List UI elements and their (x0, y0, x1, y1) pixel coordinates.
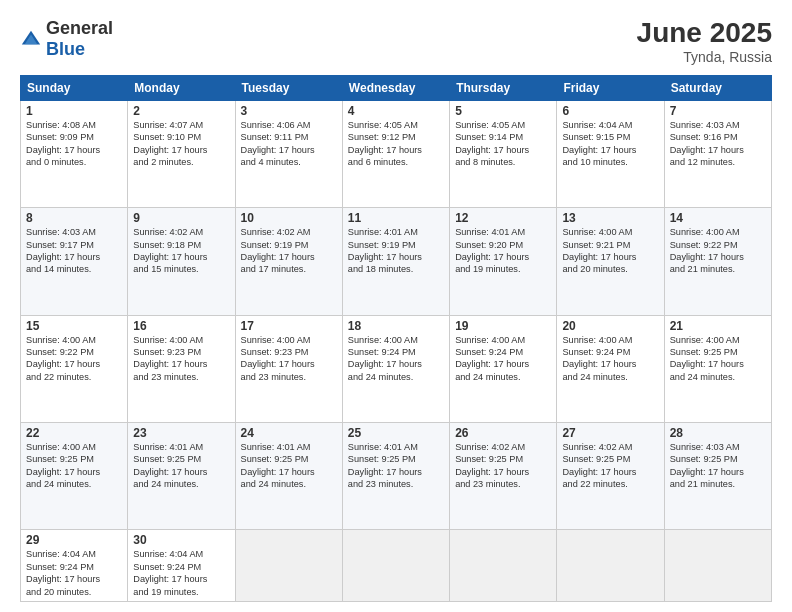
table-row: 19Sunrise: 4:00 AM Sunset: 9:24 PM Dayli… (450, 315, 557, 422)
logo-icon (20, 28, 42, 50)
table-row: 12Sunrise: 4:01 AM Sunset: 9:20 PM Dayli… (450, 208, 557, 315)
logo-blue: Blue (46, 39, 85, 59)
day-info: Sunrise: 4:01 AM Sunset: 9:25 PM Dayligh… (241, 441, 337, 491)
day-info: Sunrise: 4:02 AM Sunset: 9:18 PM Dayligh… (133, 226, 229, 276)
table-row (342, 530, 449, 602)
table-row (235, 530, 342, 602)
day-number: 10 (241, 211, 337, 225)
table-row: 13Sunrise: 4:00 AM Sunset: 9:21 PM Dayli… (557, 208, 664, 315)
day-number: 30 (133, 533, 229, 547)
table-row: 2Sunrise: 4:07 AM Sunset: 9:10 PM Daylig… (128, 100, 235, 207)
day-info: Sunrise: 4:01 AM Sunset: 9:25 PM Dayligh… (348, 441, 444, 491)
day-info: Sunrise: 4:05 AM Sunset: 9:14 PM Dayligh… (455, 119, 551, 169)
calendar-header-row: Sunday Monday Tuesday Wednesday Thursday… (21, 75, 772, 100)
day-info: Sunrise: 4:00 AM Sunset: 9:25 PM Dayligh… (26, 441, 122, 491)
col-monday: Monday (128, 75, 235, 100)
table-row: 17Sunrise: 4:00 AM Sunset: 9:23 PM Dayli… (235, 315, 342, 422)
day-info: Sunrise: 4:00 AM Sunset: 9:23 PM Dayligh… (241, 334, 337, 384)
day-number: 5 (455, 104, 551, 118)
day-info: Sunrise: 4:02 AM Sunset: 9:25 PM Dayligh… (562, 441, 658, 491)
day-number: 14 (670, 211, 766, 225)
table-row: 22Sunrise: 4:00 AM Sunset: 9:25 PM Dayli… (21, 422, 128, 529)
table-row: 14Sunrise: 4:00 AM Sunset: 9:22 PM Dayli… (664, 208, 771, 315)
day-info: Sunrise: 4:03 AM Sunset: 9:17 PM Dayligh… (26, 226, 122, 276)
day-info: Sunrise: 4:04 AM Sunset: 9:24 PM Dayligh… (133, 548, 229, 598)
day-number: 28 (670, 426, 766, 440)
logo-general: General (46, 18, 113, 38)
table-row: 4Sunrise: 4:05 AM Sunset: 9:12 PM Daylig… (342, 100, 449, 207)
day-info: Sunrise: 4:06 AM Sunset: 9:11 PM Dayligh… (241, 119, 337, 169)
day-number: 16 (133, 319, 229, 333)
col-tuesday: Tuesday (235, 75, 342, 100)
table-row: 26Sunrise: 4:02 AM Sunset: 9:25 PM Dayli… (450, 422, 557, 529)
day-info: Sunrise: 4:00 AM Sunset: 9:21 PM Dayligh… (562, 226, 658, 276)
day-info: Sunrise: 4:02 AM Sunset: 9:19 PM Dayligh… (241, 226, 337, 276)
table-row (557, 530, 664, 602)
day-info: Sunrise: 4:04 AM Sunset: 9:24 PM Dayligh… (26, 548, 122, 598)
calendar-table: Sunday Monday Tuesday Wednesday Thursday… (20, 75, 772, 602)
table-row: 7Sunrise: 4:03 AM Sunset: 9:16 PM Daylig… (664, 100, 771, 207)
col-saturday: Saturday (664, 75, 771, 100)
day-info: Sunrise: 4:05 AM Sunset: 9:12 PM Dayligh… (348, 119, 444, 169)
day-number: 13 (562, 211, 658, 225)
day-number: 27 (562, 426, 658, 440)
table-row: 11Sunrise: 4:01 AM Sunset: 9:19 PM Dayli… (342, 208, 449, 315)
table-row: 28Sunrise: 4:03 AM Sunset: 9:25 PM Dayli… (664, 422, 771, 529)
header: General Blue June 2025 Tynda, Russia (20, 18, 772, 65)
day-number: 20 (562, 319, 658, 333)
table-row: 5Sunrise: 4:05 AM Sunset: 9:14 PM Daylig… (450, 100, 557, 207)
day-number: 23 (133, 426, 229, 440)
day-info: Sunrise: 4:00 AM Sunset: 9:24 PM Dayligh… (455, 334, 551, 384)
day-info: Sunrise: 4:00 AM Sunset: 9:24 PM Dayligh… (562, 334, 658, 384)
table-row: 10Sunrise: 4:02 AM Sunset: 9:19 PM Dayli… (235, 208, 342, 315)
day-number: 9 (133, 211, 229, 225)
day-info: Sunrise: 4:01 AM Sunset: 9:19 PM Dayligh… (348, 226, 444, 276)
day-number: 7 (670, 104, 766, 118)
day-number: 18 (348, 319, 444, 333)
day-info: Sunrise: 4:00 AM Sunset: 9:22 PM Dayligh… (670, 226, 766, 276)
day-number: 8 (26, 211, 122, 225)
day-info: Sunrise: 4:03 AM Sunset: 9:16 PM Dayligh… (670, 119, 766, 169)
day-number: 22 (26, 426, 122, 440)
day-info: Sunrise: 4:01 AM Sunset: 9:20 PM Dayligh… (455, 226, 551, 276)
day-number: 11 (348, 211, 444, 225)
table-row: 16Sunrise: 4:00 AM Sunset: 9:23 PM Dayli… (128, 315, 235, 422)
col-friday: Friday (557, 75, 664, 100)
day-info: Sunrise: 4:07 AM Sunset: 9:10 PM Dayligh… (133, 119, 229, 169)
day-number: 3 (241, 104, 337, 118)
col-thursday: Thursday (450, 75, 557, 100)
table-row: 20Sunrise: 4:00 AM Sunset: 9:24 PM Dayli… (557, 315, 664, 422)
day-info: Sunrise: 4:00 AM Sunset: 9:24 PM Dayligh… (348, 334, 444, 384)
table-row: 15Sunrise: 4:00 AM Sunset: 9:22 PM Dayli… (21, 315, 128, 422)
col-sunday: Sunday (21, 75, 128, 100)
day-number: 21 (670, 319, 766, 333)
page: General Blue June 2025 Tynda, Russia Sun… (0, 0, 792, 612)
day-number: 24 (241, 426, 337, 440)
table-row (450, 530, 557, 602)
day-info: Sunrise: 4:04 AM Sunset: 9:15 PM Dayligh… (562, 119, 658, 169)
table-row: 8Sunrise: 4:03 AM Sunset: 9:17 PM Daylig… (21, 208, 128, 315)
day-number: 19 (455, 319, 551, 333)
col-wednesday: Wednesday (342, 75, 449, 100)
table-row: 25Sunrise: 4:01 AM Sunset: 9:25 PM Dayli… (342, 422, 449, 529)
day-info: Sunrise: 4:02 AM Sunset: 9:25 PM Dayligh… (455, 441, 551, 491)
day-info: Sunrise: 4:01 AM Sunset: 9:25 PM Dayligh… (133, 441, 229, 491)
table-row: 24Sunrise: 4:01 AM Sunset: 9:25 PM Dayli… (235, 422, 342, 529)
day-number: 4 (348, 104, 444, 118)
table-row: 18Sunrise: 4:00 AM Sunset: 9:24 PM Dayli… (342, 315, 449, 422)
logo: General Blue (20, 18, 113, 60)
table-row: 1Sunrise: 4:08 AM Sunset: 9:09 PM Daylig… (21, 100, 128, 207)
day-number: 12 (455, 211, 551, 225)
day-number: 6 (562, 104, 658, 118)
day-number: 2 (133, 104, 229, 118)
table-row: 3Sunrise: 4:06 AM Sunset: 9:11 PM Daylig… (235, 100, 342, 207)
day-number: 1 (26, 104, 122, 118)
table-row: 30Sunrise: 4:04 AM Sunset: 9:24 PM Dayli… (128, 530, 235, 602)
table-row: 29Sunrise: 4:04 AM Sunset: 9:24 PM Dayli… (21, 530, 128, 602)
table-row (664, 530, 771, 602)
day-info: Sunrise: 4:03 AM Sunset: 9:25 PM Dayligh… (670, 441, 766, 491)
day-info: Sunrise: 4:00 AM Sunset: 9:22 PM Dayligh… (26, 334, 122, 384)
day-info: Sunrise: 4:08 AM Sunset: 9:09 PM Dayligh… (26, 119, 122, 169)
day-info: Sunrise: 4:00 AM Sunset: 9:23 PM Dayligh… (133, 334, 229, 384)
table-row: 27Sunrise: 4:02 AM Sunset: 9:25 PM Dayli… (557, 422, 664, 529)
